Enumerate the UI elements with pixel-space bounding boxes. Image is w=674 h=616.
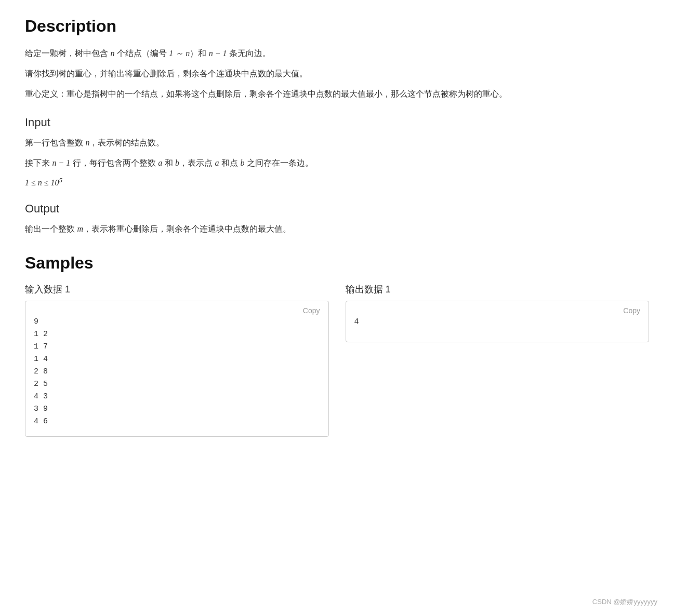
samples-grid: 输入数据 1 Copy 9 1 2 1 7 1 4 2 8 2 5 4 3 3 … — [25, 283, 649, 437]
samples-section: Samples 输入数据 1 Copy 9 1 2 1 7 1 4 2 8 2 … — [25, 253, 649, 437]
desc-paragraph-1: 给定一颗树，树中包含 n 个结点（编号 1 ～ n）和 n − 1 条无向边。 — [25, 46, 649, 61]
copy-input-button[interactable]: Copy — [300, 305, 323, 316]
sample-input-content: 9 1 2 1 7 1 4 2 8 2 5 4 3 3 9 4 6 — [34, 316, 320, 428]
input-constraint: 1 ≤ n ≤ 105 — [25, 176, 649, 188]
description-title: Description — [25, 17, 649, 36]
desc-paragraph-3: 重心定义：重心是指树中的一个结点，如果将这个点删除后，剩余各个连通块中点数的最大… — [25, 87, 649, 102]
sample-input-column: 输入数据 1 Copy 9 1 2 1 7 1 4 2 8 2 5 4 3 3 … — [25, 283, 329, 437]
copy-output-button[interactable]: Copy — [620, 305, 643, 316]
watermark: CSDN @娇娇yyyyyyy — [592, 597, 657, 607]
sample-input-label: 输入数据 1 — [25, 283, 329, 296]
input-title: Input — [25, 116, 649, 129]
output-paragraph-1: 输出一个整数 m，表示将重心删除后，剩余各个连通块中点数的最大值。 — [25, 222, 649, 237]
input-paragraph-2: 接下来 n − 1 行，每行包含两个整数 a 和 b，表示点 a 和点 b 之间… — [25, 156, 649, 171]
sample-output-box: Copy 4 — [346, 301, 650, 342]
output-title: Output — [25, 202, 649, 216]
sample-output-content: 4 — [354, 316, 641, 328]
sample-output-column: 输出数据 1 Copy 4 — [346, 283, 650, 437]
samples-title: Samples — [25, 253, 649, 273]
input-paragraph-1: 第一行包含整数 n，表示树的结点数。 — [25, 136, 649, 151]
sample-output-label: 输出数据 1 — [346, 283, 650, 296]
sample-input-box: Copy 9 1 2 1 7 1 4 2 8 2 5 4 3 3 9 4 6 — [25, 301, 329, 437]
desc-paragraph-2: 请你找到树的重心，并输出将重心删除后，剩余各个连通块中点数的最大值。 — [25, 66, 649, 82]
